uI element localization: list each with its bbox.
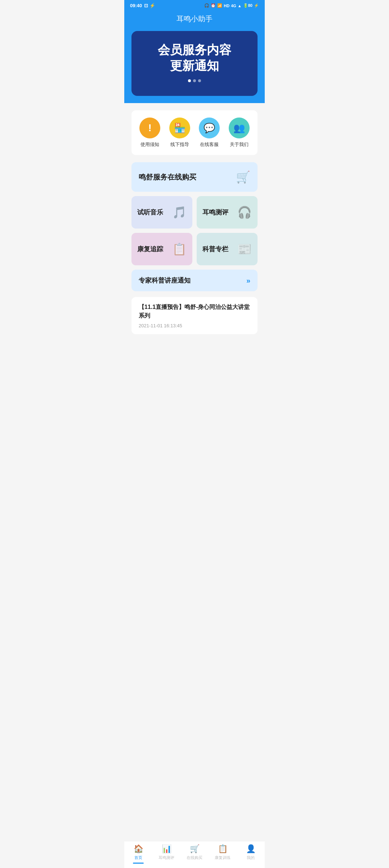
- service-label: 在线客服: [200, 141, 219, 148]
- battery-icon: 🔋80: [243, 3, 252, 8]
- status-left: 09:40 ⊡ ⚡: [130, 3, 155, 8]
- buy-service-card[interactable]: 鸣舒服务在线购买 🛒: [131, 162, 258, 192]
- about-label: 关于我们: [230, 141, 249, 148]
- hd-icon: HD: [224, 4, 229, 8]
- status-bar: 09:40 ⊡ ⚡ 🎧 ⏰ 📶 HD 4G ▲ 🔋80 ⚡: [124, 0, 265, 10]
- news-item-1[interactable]: 【11.1直播预告】鸣舒-身心同治公益大讲堂系列 2021-11-01 16:1…: [131, 297, 258, 334]
- service-icon: 💬: [204, 123, 215, 134]
- banner-container: 会员服务内容更新通知: [124, 31, 265, 103]
- banner-title: 会员服务内容更新通知: [142, 42, 247, 74]
- banner-dots: [142, 79, 247, 82]
- offline-icon-circle: 🏪: [169, 118, 190, 138]
- music-title: 试听音乐: [137, 208, 163, 217]
- about-icon-circle: 👥: [229, 118, 250, 138]
- recovery-card[interactable]: 康复追踪 📋: [131, 233, 192, 265]
- notice-icon-circle: !: [139, 118, 160, 138]
- news-date-1: 2021-11-01 16:13:45: [139, 323, 250, 328]
- main-content: ! 使用须知 🏪 线下指导 💬 在线客服 👥 关于我们 鸣舒服务在线购买 🛒: [124, 103, 265, 367]
- about-icon: 👥: [233, 123, 245, 134]
- recovery-title: 康复追踪: [137, 245, 163, 253]
- quick-icon-service[interactable]: 💬 在线客服: [199, 118, 220, 148]
- page-header: 耳鸣小助手: [124, 10, 265, 31]
- tinnitus-icon: 🎧: [237, 205, 252, 219]
- status-icons: ⊡ ⚡: [144, 3, 155, 8]
- quick-icon-notice[interactable]: ! 使用须知: [139, 118, 160, 148]
- charge-icon: ⚡: [254, 3, 259, 8]
- science-card[interactable]: 科普专栏 📰: [197, 233, 258, 265]
- news-title-1: 【11.1直播预告】鸣舒-身心同治公益大讲堂系列: [139, 303, 250, 320]
- service-row-1: 试听音乐 🎵 耳鸣测评 🎧: [131, 196, 258, 229]
- quick-icon-about[interactable]: 👥 关于我们: [229, 118, 250, 148]
- chevron-right-icon: »: [246, 276, 250, 285]
- signal-icon: 📶: [217, 3, 222, 8]
- status-right: 🎧 ⏰ 📶 HD 4G ▲ 🔋80 ⚡: [204, 3, 259, 8]
- tinnitus-card[interactable]: 耳鸣测评 🎧: [197, 196, 258, 229]
- quick-icons-row: ! 使用须知 🏪 线下指导 💬 在线客服 👥 关于我们: [131, 110, 258, 155]
- offline-icon: 🏪: [174, 123, 185, 134]
- banner-dot-1: [188, 79, 191, 82]
- page-title: 耳鸣小助手: [176, 15, 213, 23]
- music-icon: 🎵: [172, 205, 187, 219]
- alarm-icon: ⏰: [211, 3, 216, 8]
- tinnitus-title: 耳鸣测评: [202, 208, 228, 217]
- notice-icon: !: [148, 122, 152, 134]
- buy-service-title: 鸣舒服务在线购买: [139, 172, 196, 182]
- banner-dot-2: [193, 79, 196, 82]
- wifi-icon: ▲: [238, 4, 242, 8]
- service-icon-circle: 💬: [199, 118, 220, 138]
- cart-icon: 🛒: [236, 170, 250, 184]
- notice-label: 使用须知: [140, 141, 159, 148]
- expert-notice-card[interactable]: 专家科普讲座通知 »: [131, 270, 258, 291]
- network-icon: 4G: [231, 4, 236, 8]
- science-icon: 📰: [237, 242, 252, 256]
- banner-card[interactable]: 会员服务内容更新通知: [131, 31, 258, 96]
- status-time: 09:40: [130, 3, 142, 8]
- recovery-icon: 📋: [172, 242, 187, 256]
- service-row-2: 康复追踪 📋 科普专栏 📰: [131, 233, 258, 265]
- offline-label: 线下指导: [170, 141, 189, 148]
- expert-notice-title: 专家科普讲座通知: [139, 276, 191, 285]
- headphone-icon: 🎧: [204, 3, 209, 8]
- music-card[interactable]: 试听音乐 🎵: [131, 196, 192, 229]
- science-title: 科普专栏: [202, 245, 228, 253]
- banner-dot-3: [198, 79, 201, 82]
- quick-icon-offline[interactable]: 🏪 线下指导: [169, 118, 190, 148]
